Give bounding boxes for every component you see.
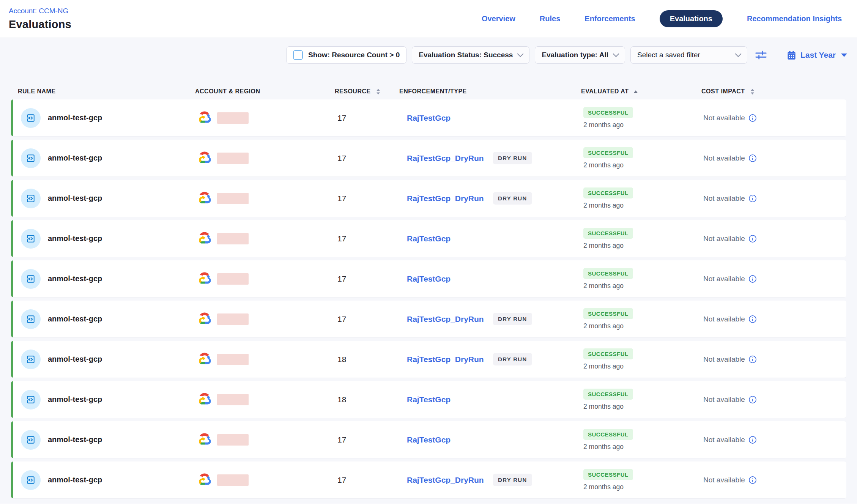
rule-icon [21, 430, 41, 450]
nav-tab-evaluations[interactable]: Evaluations [660, 10, 723, 27]
resource-count-filter-label: Show: Resource Count > 0 [308, 51, 400, 59]
info-icon[interactable] [748, 315, 757, 323]
rule-icon [21, 309, 41, 329]
dry-run-badge: DRY RUN [493, 313, 532, 325]
column-account-region: ACCOUNT & REGION [195, 88, 335, 95]
cost-impact-value: Not available [703, 395, 745, 404]
status-badge: SUCCESSFUL [583, 389, 633, 400]
evaluation-type-label: Evaluation type: All [542, 51, 608, 59]
resource-count-filter-toggle[interactable]: Show: Resource Count > 0 [286, 46, 406, 64]
column-resource[interactable]: RESOURCE [335, 88, 399, 95]
nav-tab-overview[interactable]: Overview [482, 14, 515, 23]
evaluation-status-dropdown[interactable]: Evaluation Status: Success [412, 46, 529, 64]
table-row[interactable]: anmol-test-gcp 17 RajTestGcp SUCCESSFUL … [11, 260, 846, 297]
cost-impact-value: Not available [703, 315, 745, 323]
enforcement-link[interactable]: RajTestGcp_DryRun [407, 355, 484, 364]
chevron-down-icon [517, 51, 524, 57]
enforcement-link[interactable]: RajTestGcp_DryRun [407, 154, 484, 163]
evaluated-time: 2 months ago [583, 403, 624, 411]
filter-panel-button[interactable] [753, 47, 769, 63]
evaluated-time: 2 months ago [583, 161, 624, 169]
enforcement-link[interactable]: RajTestGcp [407, 274, 451, 284]
info-icon[interactable] [748, 194, 757, 203]
dry-run-badge: DRY RUN [493, 192, 532, 205]
resource-count: 17 [337, 234, 401, 243]
table-row[interactable]: anmol-test-gcp 17 RajTestGcp SUCCESSFUL … [11, 220, 846, 257]
date-range-picker[interactable]: Last Year [786, 50, 847, 60]
resource-count-checkbox[interactable] [293, 50, 303, 60]
rule-icon [21, 350, 41, 369]
table-row[interactable]: anmol-test-gcp 17 RajTestGcp_DryRun DRY … [11, 180, 846, 217]
info-icon[interactable] [748, 154, 757, 162]
column-evaluated-at[interactable]: EVALUATED AT [574, 88, 695, 95]
resource-count: 17 [337, 113, 401, 123]
gcp-logo-icon [197, 433, 212, 447]
gcp-logo-icon [197, 392, 212, 406]
table-row[interactable]: anmol-test-gcp 17 RajTestGcp SUCCESSFUL … [11, 421, 846, 458]
page-title: Evaluations [9, 18, 71, 31]
rule-name: anmol-test-gcp [48, 274, 102, 283]
info-icon[interactable] [748, 476, 757, 484]
evaluated-time: 2 months ago [583, 242, 624, 250]
evaluation-type-dropdown[interactable]: Evaluation type: All [535, 46, 625, 64]
rule-icon [21, 148, 41, 168]
enforcement-link[interactable]: RajTestGcp_DryRun [407, 194, 484, 203]
rule-name: anmol-test-gcp [48, 194, 102, 203]
info-icon[interactable] [748, 235, 757, 243]
resource-count: 17 [337, 315, 401, 324]
redacted-account-name [217, 354, 249, 365]
info-icon[interactable] [748, 114, 757, 122]
rule-name: anmol-test-gcp [48, 355, 102, 364]
enforcement-link[interactable]: RajTestGcp [407, 395, 451, 404]
dry-run-badge: DRY RUN [493, 152, 532, 164]
rule-name: anmol-test-gcp [48, 234, 102, 243]
enforcement-link[interactable]: RajTestGcp_DryRun [407, 476, 484, 485]
rule-icon [21, 390, 41, 410]
redacted-account-name [217, 233, 249, 244]
date-range-label: Last Year [800, 50, 836, 60]
rule-icon [21, 470, 41, 490]
enforcement-link[interactable]: RajTestGcp [407, 234, 451, 243]
enforcement-link[interactable]: RajTestGcp_DryRun [407, 315, 484, 324]
gcp-logo-icon [197, 473, 212, 487]
table-row[interactable]: anmol-test-gcp 17 RajTestGcp_DryRun DRY … [11, 301, 846, 337]
evaluation-status-label: Evaluation Status: Success [419, 51, 513, 59]
status-badge: SUCCESSFUL [583, 348, 633, 359]
rule-name: anmol-test-gcp [48, 113, 102, 122]
cost-impact-value: Not available [703, 476, 745, 484]
table-row[interactable]: anmol-test-gcp 17 RajTestGcp_DryRun DRY … [11, 140, 846, 176]
saved-filter-placeholder: Select a saved filter [637, 51, 700, 59]
status-badge: SUCCESSFUL [583, 228, 633, 239]
sort-both-icon [376, 88, 381, 95]
dry-run-badge: DRY RUN [493, 474, 532, 486]
nav-tab-recommendation-insights[interactable]: Recommendation Insights [747, 14, 842, 23]
enforcement-link[interactable]: RajTestGcp [407, 113, 451, 123]
resource-count: 17 [337, 154, 401, 163]
column-cost-impact[interactable]: COST IMPACT [695, 88, 846, 95]
saved-filter-dropdown[interactable]: Select a saved filter [630, 46, 747, 64]
nav-tab-enforcements[interactable]: Enforcements [584, 14, 635, 23]
gcp-logo-icon [197, 312, 212, 326]
nav-tab-rules[interactable]: Rules [540, 14, 560, 23]
info-icon[interactable] [748, 436, 757, 444]
table-row[interactable]: anmol-test-gcp 18 RajTestGcp_DryRun DRY … [11, 341, 846, 378]
table-row[interactable]: anmol-test-gcp 17 RajTestGcp_DryRun DRY … [11, 461, 846, 498]
cost-impact-value: Not available [703, 355, 745, 364]
content-area: Show: Resource Count > 0 Evaluation Stat… [0, 38, 857, 504]
info-icon[interactable] [748, 395, 757, 404]
column-enforcement-type: ENFORCEMENT/TYPE [399, 88, 574, 95]
caret-down-icon [841, 54, 847, 57]
cost-impact-value: Not available [703, 154, 745, 162]
table-row[interactable]: anmol-test-gcp 17 RajTestGcp SUCCESSFUL … [11, 99, 846, 136]
rule-icon [21, 229, 41, 249]
evaluated-time: 2 months ago [583, 282, 624, 290]
rule-icon [21, 108, 41, 128]
gcp-logo-icon [197, 151, 212, 165]
rule-name: anmol-test-gcp [48, 154, 102, 162]
table-row[interactable]: anmol-test-gcp 18 RajTestGcp SUCCESSFUL … [11, 381, 846, 418]
info-icon[interactable] [748, 275, 757, 283]
info-icon[interactable] [748, 355, 757, 364]
enforcement-link[interactable]: RajTestGcp [407, 435, 451, 444]
account-breadcrumb[interactable]: Account: CCM-NG [9, 7, 71, 15]
redacted-account-name [217, 273, 249, 285]
